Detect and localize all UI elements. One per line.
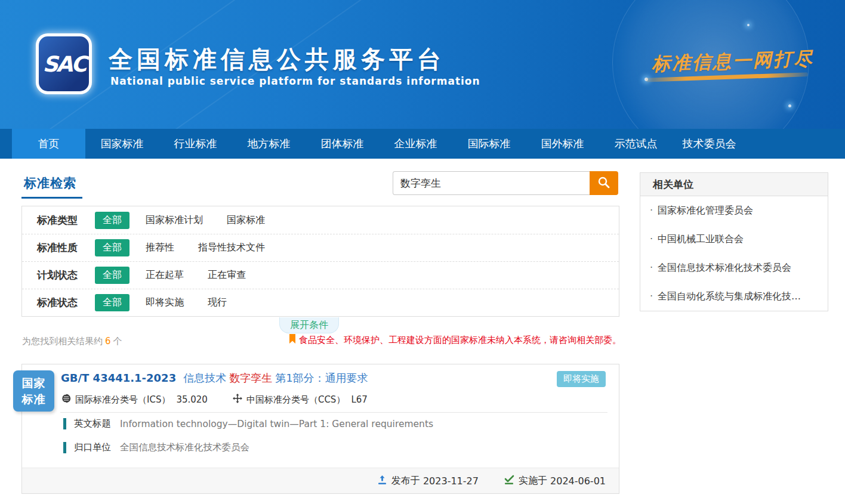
standard-code: GB/T 43441.1-2023	[61, 372, 176, 384]
sac-logo[interactable]: SAC	[36, 33, 92, 94]
sidebar-item-automation-systems-committee[interactable]: 全国自动化系统与集成标准化技…	[640, 282, 828, 311]
filter-label: 计划状态	[37, 268, 95, 282]
implement-check-icon	[504, 475, 519, 487]
sidebar-item-it-standardization-committee[interactable]: 全国信息技术标准化技术委员会	[640, 253, 828, 282]
publish-upload-icon	[377, 475, 391, 487]
implement-date-item: 实施于 2024-06-01	[504, 475, 606, 487]
ccs-label: 中国标准分类号（CCS）	[246, 394, 345, 406]
status-badge-upcoming: 即将实施	[557, 371, 606, 387]
nav-tab-technical-committees[interactable]: 技术委员会	[673, 129, 746, 159]
sac-logo-text: SAC	[42, 52, 85, 76]
ccs-classification: 中国标准分类号（CCS） L67	[233, 394, 368, 406]
sidebar-title: 相关单位	[640, 173, 828, 196]
result-count-suffix: 个	[113, 336, 122, 347]
search-button[interactable]	[590, 171, 618, 195]
english-title-row: 英文标题 Information technology—Digital twin…	[63, 418, 433, 430]
filter-row-plan-status: 计划状态 全部 正在起草 正在审查	[22, 261, 619, 289]
globe-icon	[61, 394, 75, 406]
result-count: 为您找到相关结果约6个	[22, 336, 122, 347]
badge-line: 标准	[22, 391, 46, 407]
section-title-underline	[21, 197, 82, 199]
badge-line: 国家	[22, 375, 46, 391]
globe-dot-decor	[788, 104, 791, 107]
filter-all-badge[interactable]: 全部	[95, 294, 129, 311]
ccs-value: L67	[351, 394, 367, 405]
competent-unit-row: 归口单位 全国信息技术标准化技术委员会	[63, 441, 249, 454]
filter-option[interactable]: 国家标准	[227, 214, 265, 227]
standard-title-highlight: 数字孪生	[229, 372, 272, 384]
english-title-value: Information technology—Digital twin—Part…	[120, 419, 433, 429]
nav-tab-industry-standards[interactable]: 行业标准	[159, 129, 232, 159]
ics-value: 35.020	[176, 394, 208, 405]
globe-dot-decor	[747, 24, 750, 26]
ics-label: 国际标准分类号（ICS）	[75, 394, 170, 406]
move-arrows-icon	[233, 394, 246, 406]
filter-all-badge[interactable]: 全部	[95, 212, 129, 229]
nav-tab-enterprise-standards[interactable]: 企业标准	[379, 129, 452, 159]
filter-option[interactable]: 正在审查	[208, 269, 246, 282]
competent-unit-value[interactable]: 全国信息技术标准化技术委员会	[120, 441, 249, 454]
site-header: SAC 全国标准信息公共服务平台 National public service…	[0, 0, 845, 129]
implement-date: 2024-06-01	[550, 475, 606, 487]
nav-tab-group-standards[interactable]: 团体标准	[306, 129, 379, 159]
filter-option[interactable]: 指导性技术文件	[198, 242, 265, 254]
main-nav: 首页 国家标准 行业标准 地方标准 团体标准 企业标准 国际标准 国外标准 示范…	[0, 129, 845, 159]
bookmark-icon	[289, 334, 299, 347]
publish-date-item: 发布于 2023-11-27	[377, 475, 479, 487]
filter-box: 标准类型 全部 国家标准计划 国家标准 标准性质 全部 推荐性 指导性技术文件 …	[21, 206, 619, 317]
nav-tab-pilot-programs[interactable]: 示范试点	[599, 129, 673, 159]
standard-title-part: 信息技术	[183, 372, 226, 384]
sac-logo-inner: SAC	[39, 36, 89, 91]
filter-row-standard-nature: 标准性质 全部 推荐性 指导性技术文件	[22, 234, 619, 261]
nav-tab-home[interactable]: 首页	[12, 129, 85, 159]
filter-option[interactable]: 正在起草	[146, 269, 184, 282]
nav-tab-local-standards[interactable]: 地方标准	[232, 129, 306, 159]
competent-unit-label: 归口单位	[74, 441, 111, 454]
card-meta-row: 国际标准分类号（ICS） 35.020 中国标准分类号（CCS） L67	[61, 394, 393, 406]
filter-option[interactable]: 推荐性	[146, 242, 174, 254]
filter-label: 标准类型	[37, 214, 95, 227]
sidebar-related-units: 相关单位 国家标准化管理委员会 中国机械工业联合会 全国信息技术标准化技术委员会…	[640, 172, 828, 311]
notice-text: 食品安全、环境保护、工程建设方面的国家标准未纳入本系统，请咨询相关部委。	[299, 335, 621, 346]
filter-all-badge[interactable]: 全部	[95, 239, 129, 256]
standard-title-part: 第1部分：通用要求	[275, 372, 368, 384]
search-input[interactable]	[393, 171, 590, 195]
standard-title-link[interactable]: GB/T 43441.1-2023信息技术数字孪生第1部分：通用要求	[61, 371, 368, 385]
teal-bar-decor	[63, 442, 66, 453]
publish-date: 2023-11-27	[423, 475, 479, 487]
filter-option[interactable]: 国家标准计划	[146, 214, 203, 227]
nav-tab-national-standards[interactable]: 国家标准	[85, 129, 159, 159]
result-count-number: 6	[105, 336, 111, 347]
sidebar-item-machinery-federation[interactable]: 中国机械工业联合会	[640, 225, 828, 253]
filter-all-badge[interactable]: 全部	[95, 267, 129, 284]
filter-option[interactable]: 现行	[208, 296, 227, 309]
card-divider	[60, 412, 607, 413]
expand-conditions-button[interactable]: 展开条件	[279, 317, 339, 333]
publish-label: 发布于	[391, 475, 420, 487]
nav-tab-foreign-standards[interactable]: 国外标准	[526, 129, 599, 159]
site-title: 全国标准信息公共服务平台	[109, 43, 445, 76]
card-footer: 发布于 2023-11-27 实施于 2024-06-01	[22, 468, 619, 493]
filter-row-standard-status: 标准状态 全部 即将实施 现行	[22, 289, 619, 316]
national-standard-badge[interactable]: 国家 标准	[13, 370, 54, 412]
filter-row-standard-type: 标准类型 全部 国家标准计划 国家标准	[22, 206, 619, 234]
ics-classification: 国际标准分类号（ICS） 35.020	[61, 394, 208, 406]
nav-tab-international-standards[interactable]: 国际标准	[452, 129, 526, 159]
implement-label: 实施于	[519, 475, 547, 487]
filter-label: 标准性质	[37, 241, 95, 255]
filter-label: 标准状态	[37, 296, 95, 310]
sidebar-item-sac[interactable]: 国家标准化管理委员会	[640, 196, 828, 225]
english-title-label: 英文标题	[74, 418, 111, 430]
teal-bar-decor	[63, 418, 66, 429]
search-box	[393, 171, 618, 195]
section-title-standard-search: 标准检索	[24, 175, 76, 191]
page: SAC 全国标准信息公共服务平台 National public service…	[0, 0, 845, 504]
filter-option[interactable]: 即将实施	[146, 296, 184, 309]
search-icon	[597, 176, 610, 191]
system-notice: 食品安全、环境保护、工程建设方面的国家标准未纳入本系统，请咨询相关部委。	[289, 334, 621, 347]
result-count-prefix: 为您找到相关结果约	[22, 336, 103, 347]
site-subtitle: National public service platform for sta…	[110, 75, 480, 87]
